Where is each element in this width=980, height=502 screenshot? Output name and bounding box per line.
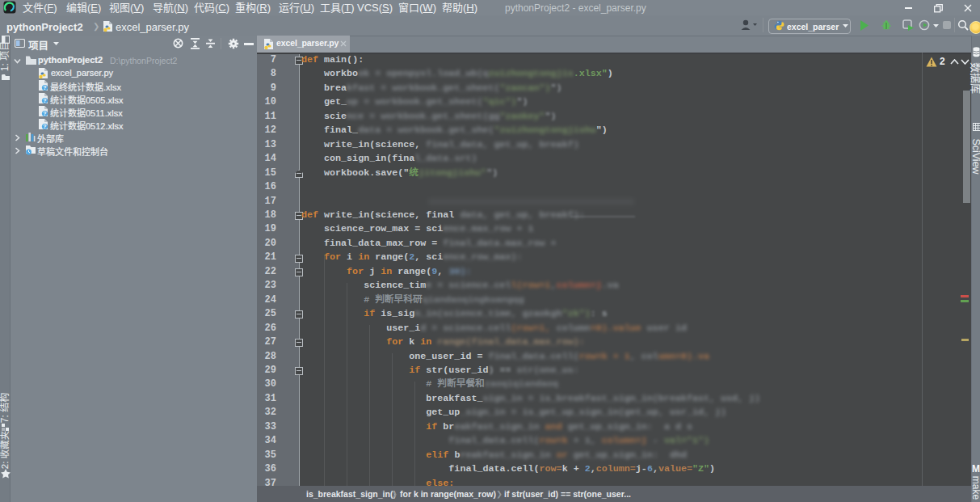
svg-text:?: ? <box>43 85 46 91</box>
svg-text:?: ? <box>43 98 46 103</box>
svg-text:?: ? <box>43 124 46 129</box>
svg-text:?: ? <box>43 111 46 116</box>
